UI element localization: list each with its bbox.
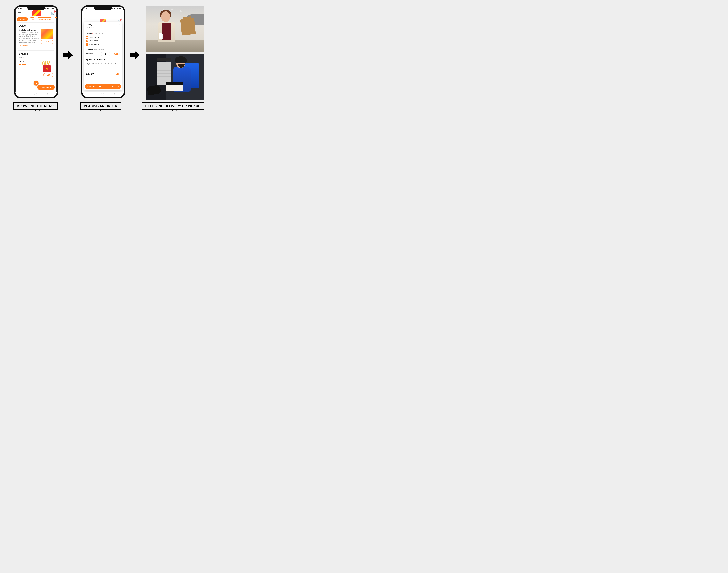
add-item-bar[interactable]: Total : Rs.312.00 Add Item [85, 84, 121, 89]
status-time: 4:20 [85, 8, 88, 10]
stepper-value: 1 [104, 53, 108, 55]
checkbox-icon: ✓ [86, 40, 88, 42]
tab-demo[interactable]: demo [54, 17, 58, 21]
sauce-section-hint: (Select Any 3) [94, 33, 103, 35]
app-header: 🛒 0 [15, 10, 57, 17]
menu-tabs: Main Menu Test NEW POS MENU demo [15, 17, 57, 22]
status-signal-icon: ▮ [114, 8, 115, 10]
delivery-courier [166, 57, 199, 100]
android-nav: ≡ ◯ 〈 [83, 92, 124, 97]
cheese-section-title: Cheese [86, 48, 93, 51]
coffee-cup [158, 34, 163, 39]
nav-back-icon[interactable]: 〈 [112, 93, 115, 96]
cheese-stepper: − 1 + [100, 52, 111, 56]
status-battery-pct: 79% [115, 8, 118, 9]
cart-badge: 0 [54, 10, 56, 12]
tab-test[interactable]: Test [29, 17, 35, 21]
cart-button[interactable]: 🛒 0 [51, 11, 55, 15]
delivery-photo [146, 54, 204, 100]
sauce-option[interactable]: ✓ Red Sauce [86, 40, 120, 42]
modal-item-price: Rs.49.00 [86, 27, 120, 29]
helmet [175, 56, 187, 63]
sauce-option[interactable]: ✓ Chilli Sauce [86, 43, 120, 46]
checkbox-icon: ✓ [86, 43, 88, 46]
add-item-cta: Add Item [112, 86, 119, 88]
cheese-section-hint: (Select Any One) [94, 49, 105, 51]
modal-item-name: Fries [86, 23, 120, 27]
customer [155, 11, 177, 43]
step-caption: PLACING AN ORDER [80, 102, 121, 110]
cheese-item-name: Mozarella Cheese [86, 52, 98, 56]
status-time: 10:34 [17, 8, 22, 10]
phone-notch [28, 7, 45, 10]
nav-recent-icon[interactable]: ≡ [91, 93, 93, 96]
tab-main-menu[interactable]: Main Menu [17, 17, 28, 21]
qty-group: − 4 Add [103, 72, 120, 76]
modal-close-icon[interactable]: ✕ [118, 23, 120, 27]
android-nav: ≡ ◯ 〈 [15, 92, 57, 97]
step-arrow-icon [63, 51, 73, 59]
nav-back-icon[interactable]: 〈 [46, 93, 48, 96]
tab-new-pos[interactable]: NEW POS MENU [37, 17, 52, 21]
sauce-option-label: Soya Sauce [89, 36, 99, 39]
deal-image [41, 29, 53, 39]
deals-card: Deals McDelight Combo The McDelight Comb… [17, 22, 55, 49]
phone-browsing-menu: 10:34 5G LTE ▮ 87% 🛒 0 Main Menu Test NE… [14, 5, 58, 98]
sauce-section-title: Sauce [86, 33, 92, 35]
snack-price: Rs.49.00 [19, 63, 27, 66]
sauce-options: Soya Sauce ✓ Red Sauce ✓ Chilli Sauce [86, 36, 120, 46]
step-caption: RECEIVING DELIVERY OR PICKUP [142, 102, 204, 110]
nav-home-icon[interactable]: ◯ [101, 93, 104, 96]
status-signal-icon: ▮ [47, 8, 48, 10]
qty-minus[interactable]: − [103, 72, 107, 76]
snacks-count: 8 Items [19, 57, 53, 58]
paper-bag [180, 18, 196, 35]
deal-name: McDelight Combo [19, 29, 39, 31]
snacks-heading: Snacks [19, 52, 53, 55]
food-boxes [166, 82, 183, 91]
required-marker: * [92, 33, 93, 35]
svg-marker-1 [130, 51, 140, 59]
stepper-plus[interactable]: + [108, 52, 111, 56]
deal-description: The McDelight Combo features a classic B… [19, 32, 39, 44]
hamburger-menu-button[interactable] [17, 11, 22, 15]
phone-placing-order: 4:20 5G LTE ▮ 79% ✕ ⌄ ⚙︎ Order Online...… [81, 5, 125, 98]
sauce-option-label: Red Sauce [89, 40, 98, 42]
snack-name: Fries [19, 60, 27, 63]
divider [84, 31, 122, 31]
total-label: Total : Rs.312.00 [87, 86, 101, 88]
deal-price: Rs.199.00 [19, 45, 39, 47]
qty-value: 4 [107, 72, 114, 76]
item-customize-modal: ✕ Fries Rs.49.00 Sauce* (Select Any 3) S… [84, 22, 122, 90]
cart-badge: 0 [119, 19, 122, 21]
step-arrow-icon [130, 51, 140, 59]
deals-heading: Deals [19, 24, 53, 28]
qty-add-label[interactable]: Add [114, 72, 120, 76]
step-caption-text: RECEIVING DELIVERY OR PICKUP [145, 104, 200, 108]
snack-add-button[interactable]: ADD [43, 73, 53, 77]
brand-logo [33, 10, 41, 16]
snacks-card: Snacks 8 Items Fries Rs.49.00 ADD [17, 51, 55, 79]
svg-marker-0 [63, 51, 73, 59]
checkbox-icon [86, 36, 88, 39]
qty-label: Enter QTY : [86, 73, 96, 75]
menu-fab[interactable]: ≡ [34, 81, 39, 86]
special-instructions-title: Special Instructions [86, 58, 120, 61]
cheese-item-price: Rs.29.00 [114, 53, 120, 55]
sauce-option[interactable]: Soya Sauce [86, 36, 120, 39]
battery-icon [119, 8, 122, 9]
pickup-photo [146, 5, 204, 52]
sauce-option-label: Chilli Sauce [89, 43, 99, 45]
stepper-minus[interactable]: − [100, 52, 104, 56]
special-instructions-input[interactable] [86, 61, 120, 69]
battery-icon [52, 8, 55, 9]
checkout-button[interactable]: CHECKOUT [37, 85, 55, 90]
deal-add-button[interactable]: ADD [41, 40, 53, 44]
status-battery-pct: 87% [48, 8, 52, 9]
nav-home-icon[interactable]: ◯ [34, 93, 37, 96]
quantity-row: Enter QTY : − 4 Add [86, 72, 120, 76]
phone-notch [94, 7, 112, 10]
nav-recent-icon[interactable]: ≡ [24, 93, 26, 96]
snack-image [40, 60, 53, 72]
step-caption: BROWSING THE MENU [13, 102, 57, 110]
